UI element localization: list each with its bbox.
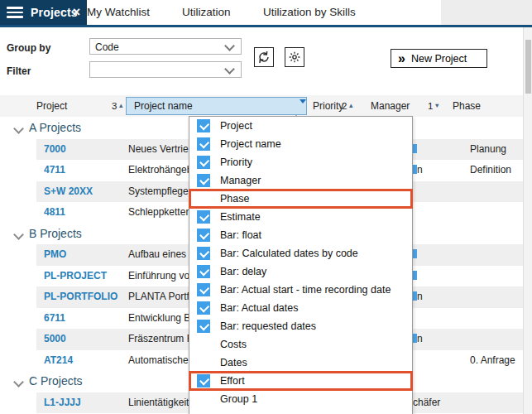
chevron-down-icon[interactable] (13, 123, 24, 134)
project-name-cell: PLANTA Portfo (128, 286, 194, 308)
sort-both-icon[interactable] (293, 101, 300, 111)
column-menu-item[interactable]: Bar: Actual start - time recording date (189, 281, 412, 299)
phase-cell: Definition (470, 160, 511, 181)
table-header: Project 3▲ Project name Priority 2▲ Mana… (0, 95, 523, 117)
project-code-link[interactable]: PMO (44, 244, 66, 266)
project-code-link[interactable]: 4711 (44, 160, 65, 181)
column-menu-item-label: Bar: Actual dates (220, 299, 299, 317)
group-by-select[interactable]: Code (89, 38, 242, 55)
tab-utilization[interactable]: Utilization (182, 0, 231, 25)
sort-indicator-manager[interactable]: 1▼ (428, 95, 440, 117)
close-tab-icon[interactable]: × (73, 0, 80, 24)
column-menu-item[interactable]: Dates (189, 354, 412, 372)
column-menu-item-label: Group 1 (220, 390, 257, 408)
project-code-link[interactable]: 5000 (44, 329, 66, 350)
project-code-link[interactable]: 6711 (44, 308, 65, 330)
column-menu-item[interactable]: Project name (189, 135, 412, 153)
checkbox-checked-icon[interactable] (197, 156, 210, 169)
refresh-button[interactable] (254, 47, 274, 67)
tab-bar: Projects × My Watchlist Utilization Util… (0, 0, 532, 25)
chevron-down-icon[interactable] (13, 377, 24, 388)
project-name-cell: Aufbau eines P (128, 244, 195, 266)
checkbox-checked-icon[interactable] (197, 210, 210, 224)
sort-indicator-priority[interactable]: 2▲ (342, 95, 354, 117)
project-name-cell: Elektrohängeb (128, 160, 192, 181)
column-header-project-name-selected[interactable]: Project name (126, 97, 307, 115)
column-header-project[interactable]: Project (36, 95, 67, 117)
group-label: A Projects (29, 118, 81, 139)
checkbox-checked-icon[interactable] (197, 174, 210, 187)
tab-my-watchlist[interactable]: My Watchlist (87, 0, 150, 25)
chevron-down-icon[interactable] (13, 229, 24, 240)
checkbox-unchecked[interactable] (197, 392, 210, 406)
checkbox-checked-icon[interactable] (197, 119, 210, 132)
checkbox-checked-icon[interactable] (197, 137, 210, 151)
project-code-link[interactable]: S+W 20XX (44, 181, 93, 203)
column-menu-item-label: Costs (220, 335, 247, 354)
column-header-priority[interactable]: Priority (313, 95, 343, 117)
checkbox-checked-icon[interactable] (197, 301, 210, 315)
column-menu-item[interactable]: Bar: Actual dates (189, 299, 412, 317)
tab-projects-active[interactable]: Projects × (0, 0, 87, 25)
project-code-link[interactable]: 7000 (44, 139, 66, 161)
tab-utilization-by-skills[interactable]: Utilization by Skills (263, 0, 356, 25)
project-code-link[interactable]: PL-PORTFOLIO (44, 286, 117, 308)
column-menu-item[interactable]: Priority (189, 153, 412, 171)
manager-cell-fragment (413, 266, 417, 287)
column-menu-item[interactable]: Bar: float (189, 226, 412, 244)
column-menu-item[interactable]: Bar: requested dates (189, 317, 412, 335)
column-menu-item-label: Bar: float (220, 226, 261, 244)
checkbox-checked-icon[interactable] (197, 283, 210, 296)
checkbox-checked-icon[interactable] (197, 320, 210, 333)
manager-link-fragment (413, 165, 417, 174)
new-project-button[interactable]: »New Project (391, 49, 487, 68)
column-menu-item[interactable]: Costs (189, 335, 412, 354)
checkbox-unchecked[interactable] (197, 338, 210, 351)
chevron-down-icon (224, 41, 235, 51)
manager-link-fragment (413, 249, 417, 258)
project-name-cell: Automatisches (128, 350, 194, 372)
settings-button[interactable] (285, 47, 304, 67)
column-menu-item[interactable]: Manager (189, 171, 412, 190)
phase-cell: 0. Anfrage (470, 350, 515, 372)
gear-icon (288, 51, 301, 64)
manager-cell-fragment: n (413, 329, 423, 350)
column-menu-item[interactable]: Bar: delay (189, 262, 412, 281)
project-name-cell: Fräszentrum F (128, 329, 193, 350)
scrollbar-thumb[interactable] (525, 40, 531, 94)
checkbox-checked-icon[interactable] (197, 247, 210, 260)
project-code-link[interactable]: AT214 (44, 350, 73, 372)
project-code-link[interactable]: PL-PROJECT (44, 266, 107, 287)
column-menu-item[interactable]: Estimate (189, 208, 412, 226)
hamburger-menu-icon[interactable] (7, 7, 23, 18)
project-code-link[interactable]: 4811 (44, 202, 65, 224)
manager-link-fragment (413, 271, 417, 280)
column-menu-item[interactable]: Group 1 (189, 390, 412, 408)
column-menu-item-label: Manager (220, 171, 261, 190)
checkbox-checked-icon[interactable] (197, 229, 210, 242)
column-header-manager[interactable]: Manager (371, 95, 410, 117)
column-menu-item[interactable]: Effort (189, 372, 412, 390)
manager-link-fragment (413, 144, 417, 153)
project-code-link[interactable]: L1-JJJJ (44, 392, 81, 414)
checkbox-unchecked[interactable] (197, 192, 210, 205)
chevron-down-icon (224, 64, 235, 75)
column-menu-item[interactable]: Project (189, 117, 412, 135)
checkbox-unchecked[interactable] (197, 356, 210, 369)
sort-asc-icon: ▲ (117, 102, 123, 109)
column-header-phase[interactable]: Phase (453, 95, 481, 117)
sort-asc-icon: ▲ (347, 102, 353, 109)
checkbox-checked-icon[interactable] (197, 265, 210, 278)
project-name-cell: Schleppketten (128, 202, 191, 224)
column-menu-item-label: Priority (220, 153, 252, 171)
column-menu-item-label: Project (220, 117, 252, 135)
filter-select[interactable] (89, 61, 242, 78)
sort-indicator-project[interactable]: 3▲ (112, 95, 124, 117)
column-menu-item[interactable]: Bar: Calculated dates by code (189, 244, 412, 262)
project-name-cell: Einführung von (128, 266, 195, 287)
manager-cell-fragment: chäfer (413, 392, 440, 414)
column-menu-item[interactable]: Phase (189, 190, 412, 208)
vertical-scrollbar[interactable] (523, 27, 532, 414)
group-by-value: Code (95, 41, 119, 53)
checkbox-checked-icon[interactable] (197, 374, 210, 388)
